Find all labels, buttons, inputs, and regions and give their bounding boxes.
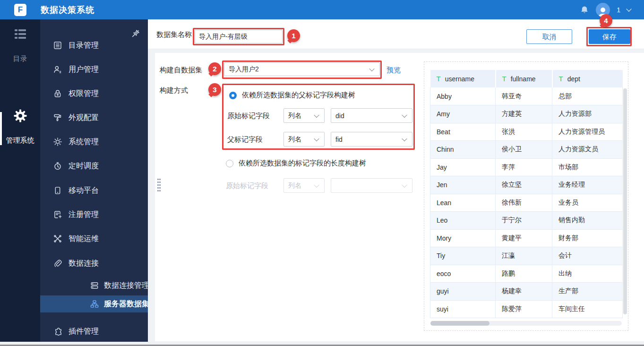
sidebar-item-mobile-platform[interactable]: 移动平台: [40, 182, 148, 199]
sidebar-item-register-manage[interactable]: 注册管理: [40, 206, 148, 223]
horizontal-scrollbar[interactable]: [430, 321, 622, 326]
cancel-button[interactable]: 取消: [526, 29, 572, 44]
sidebar-item-permission-manage[interactable]: 权限管理: [40, 85, 148, 102]
table-row: Mory黄建平财务部: [430, 229, 623, 247]
chevron-down-icon[interactable]: [626, 6, 631, 11]
table-row: Tiy江瀛会计: [430, 247, 623, 265]
text-type-icon: T: [502, 75, 507, 83]
orig-field-row: 原始标记字段 列名 did: [227, 108, 412, 123]
menu-list-icon: [13, 27, 27, 41]
left-rail: 目录 管理系统: [0, 19, 40, 344]
option-length-label: 依赖所选数据集的标记字段的长度构建树: [239, 159, 366, 168]
rail-item-label: 目录: [13, 54, 27, 62]
table-cell: 生产部: [552, 283, 623, 301]
user-count: 1: [617, 6, 620, 14]
main-content: 数据集名称 取消 保存 构建自数据集 导入用户2 预览 构建方式 依赖所选数据集…: [148, 19, 644, 346]
vertical-scrollbar[interactable]: [623, 88, 627, 314]
rail-item-admin[interactable]: 管理系统: [0, 109, 40, 145]
table-row: Jay李萍市场部: [430, 158, 623, 176]
text-type-icon: T: [559, 75, 563, 83]
chevron-down-icon: [402, 182, 407, 187]
app-logo[interactable]: F: [14, 4, 26, 16]
disabled-orig-field-label: 原始标记字段: [226, 178, 268, 193]
table-cell: 徐立坚: [496, 176, 552, 194]
sidebar-item-data-connection[interactable]: 数据连接: [40, 255, 148, 272]
table-cell: 张洪: [496, 123, 552, 141]
table-row: Jen徐立坚业务经理: [430, 176, 623, 194]
column-header-dept[interactable]: T dept: [552, 70, 623, 87]
table-cell: Tiy: [430, 247, 496, 265]
radio-selected-icon[interactable]: [229, 92, 237, 99]
annotation-box-save: 保存: [586, 27, 632, 46]
gear-icon: [13, 109, 27, 123]
table-cell: 徐伟新: [496, 194, 552, 212]
table-cell: 杨建幸: [496, 283, 552, 301]
orig-field-select[interactable]: did: [331, 108, 412, 123]
sidebar-item-plugin-manage[interactable]: 插件管理: [40, 323, 148, 340]
panel-drag-handle[interactable]: [157, 179, 162, 193]
timer-icon: [53, 161, 62, 171]
dataset-name-label: 数据集名称: [156, 19, 192, 49]
sidebar-item-server-dataset[interactable]: 服务器数据集: [40, 295, 148, 312]
parent-field-select[interactable]: fid: [331, 132, 412, 147]
rail-active-indicator: [0, 112, 2, 145]
catalog-icon: [53, 41, 62, 50]
column-header-label: dept: [567, 75, 580, 83]
user-icon: [53, 65, 62, 74]
table-cell: 业务员: [552, 194, 623, 212]
table-cell: Jen: [430, 176, 496, 194]
column-header-label: username: [445, 75, 474, 83]
preview-link[interactable]: 预览: [386, 61, 401, 79]
bell-icon[interactable]: [580, 5, 589, 15]
mobile-icon: [53, 186, 62, 195]
rail-item-label: 管理系统: [6, 136, 34, 144]
table-row: eoco路鹏出纳: [430, 265, 623, 283]
rail-item-catalog[interactable]: 目录: [0, 27, 40, 63]
orig-col-type-value: 列名: [288, 112, 301, 120]
sidebar-item-intelligent-ops[interactable]: 智能运维: [40, 230, 148, 247]
table-cell: 财务部: [552, 229, 623, 247]
column-header-fullname[interactable]: T fullname: [496, 70, 552, 87]
sidebar-item-data-connection-manage[interactable]: 数据连接管理: [40, 277, 148, 294]
table-header-row: T username T fullname T dept: [430, 70, 623, 87]
sidebar-item-label: 用户管理: [69, 65, 99, 75]
table-cell: Amy: [430, 105, 496, 123]
option-parent-field[interactable]: 依赖所选数据集的父标记字段构建树: [229, 91, 355, 100]
table-cell: 韩亚奇: [496, 87, 552, 105]
sidebar-item-appearance-config[interactable]: 外观配置: [40, 109, 148, 126]
table-cell: guyi: [430, 283, 496, 301]
admin-sidebar: 目录管理 用户管理 权限管理 外观配置: [40, 19, 148, 344]
ops-icon: [53, 234, 62, 243]
orig-col-type-select[interactable]: 列名: [283, 108, 325, 123]
table-cell: 市场部: [552, 158, 623, 176]
sidebar-item-user-manage[interactable]: 用户管理: [40, 61, 148, 78]
sidebar-item-label: 数据连接管理: [104, 281, 149, 291]
table-cell: Leo: [430, 212, 496, 230]
sidebar-item-schedule[interactable]: 定时调度: [40, 157, 148, 174]
table-row: Leo于宁尔销售内勤: [430, 212, 623, 230]
sidebar-item-catalog-manage[interactable]: 目录管理: [40, 37, 148, 54]
table-cell: 人力资源部: [552, 105, 623, 123]
sidebar-item-label: 定时调度: [69, 161, 99, 171]
option-length-field[interactable]: 依赖所选数据集的标记字段的长度构建树: [226, 159, 366, 168]
build-from-select[interactable]: 导入用户2: [224, 62, 380, 76]
save-button[interactable]: 保存: [589, 29, 630, 44]
table-cell: 业务经理: [552, 176, 623, 194]
server-dataset-icon: [90, 299, 99, 309]
scrollbar-thumb[interactable]: [430, 321, 489, 326]
sidebar-item-system-manage[interactable]: 系统管理: [40, 133, 148, 150]
dataset-name-input[interactable]: [195, 30, 283, 43]
table-cell: 销售内勤: [552, 212, 623, 230]
chevron-down-icon: [402, 136, 407, 141]
radio-unselected-icon[interactable]: [226, 160, 233, 167]
parent-field-row: 父标记字段 列名 fid: [227, 132, 412, 147]
sidebar-item-label: 移动平台: [69, 186, 99, 196]
annotation-box-dataset-name: [193, 28, 284, 45]
column-header-username[interactable]: T username: [430, 70, 496, 87]
parent-col-type-select[interactable]: 列名: [283, 132, 325, 147]
build-mode-label: 构建方式: [160, 86, 188, 95]
sidebar-item-label: 权限管理: [69, 89, 99, 99]
sidebar-item-label: 注册管理: [69, 210, 99, 220]
annotation-marker-1: 1: [287, 29, 300, 42]
table-cell: Mory: [430, 229, 496, 247]
